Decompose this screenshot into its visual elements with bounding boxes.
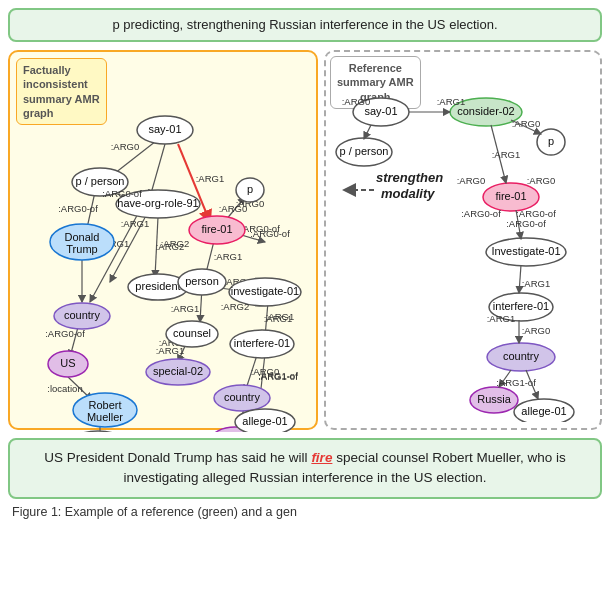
svg-text:Mueller: Mueller bbox=[87, 411, 123, 423]
fire-word: fire bbox=[311, 450, 332, 465]
svg-text:Trump: Trump bbox=[66, 243, 97, 255]
svg-text:allege-01: allege-01 bbox=[521, 405, 566, 417]
bottom-sentence-box: US President Donald Trump has said he wi… bbox=[8, 438, 602, 499]
svg-text::ARG1: :ARG1 bbox=[266, 311, 295, 322]
svg-text:person: person bbox=[185, 275, 219, 287]
svg-text:strengthen: strengthen bbox=[376, 170, 443, 185]
svg-text:country: country bbox=[503, 350, 540, 362]
svg-text::ARG0-of: :ARG0-of bbox=[45, 328, 85, 339]
svg-text::ARG0: :ARG0 bbox=[342, 96, 371, 107]
svg-text::ARG0-of: :ARG0-of bbox=[506, 218, 546, 229]
svg-text:interfere-01: interfere-01 bbox=[493, 300, 549, 312]
svg-text:consider-02: consider-02 bbox=[457, 105, 514, 117]
svg-text::ARG0-of: :ARG0-of bbox=[102, 188, 142, 199]
svg-text:country: country bbox=[224, 391, 261, 403]
sentence-text: US President Donald Trump has said he wi… bbox=[44, 450, 566, 485]
svg-text:interfere-01: interfere-01 bbox=[234, 337, 290, 349]
svg-text::ARG1: :ARG1 bbox=[196, 173, 225, 184]
svg-text::ARG0: :ARG0 bbox=[219, 203, 248, 214]
svg-text:p: p bbox=[247, 183, 253, 195]
svg-text:Russia: Russia bbox=[477, 393, 512, 405]
svg-text::ARG1: :ARG1 bbox=[121, 218, 150, 229]
svg-text::ARG0-of: :ARG0-of bbox=[461, 208, 501, 219]
svg-text::ARG0: :ARG0 bbox=[111, 141, 140, 152]
svg-text:country: country bbox=[64, 309, 101, 321]
yellow-box: Factuallyinconsistentsummary AMRgraph :A… bbox=[8, 50, 318, 430]
svg-text:special-02: special-02 bbox=[153, 365, 203, 377]
svg-point-54 bbox=[70, 431, 126, 432]
svg-text::ARG0: :ARG0 bbox=[457, 175, 486, 186]
svg-text::ARG0: :ARG0 bbox=[522, 325, 551, 336]
svg-text:investigate-01: investigate-01 bbox=[231, 285, 300, 297]
svg-text:counsel: counsel bbox=[173, 327, 211, 339]
svg-text::ARG0: :ARG0 bbox=[527, 175, 556, 186]
svg-text:p / person: p / person bbox=[76, 175, 125, 187]
svg-text::ARG1: :ARG1 bbox=[487, 313, 516, 324]
svg-text::ARG0-of: :ARG0-of bbox=[516, 208, 556, 219]
figure-caption: Figure 1: Example of a reference (green)… bbox=[8, 505, 602, 519]
svg-line-99 bbox=[364, 125, 371, 139]
svg-text:US: US bbox=[60, 357, 75, 369]
svg-text::ARG1: :ARG1 bbox=[171, 303, 200, 314]
right-graph-svg: strengthen modality say-01 consider-02 :… bbox=[326, 52, 606, 422]
svg-line-2 bbox=[150, 144, 165, 197]
top-text: p predicting, strengthening Russian inte… bbox=[112, 17, 497, 32]
svg-text::ARG1: :ARG1 bbox=[492, 149, 521, 160]
svg-text::ARG1: :ARG1 bbox=[522, 278, 551, 289]
svg-text::ARG1: :ARG1 bbox=[437, 96, 466, 107]
svg-text::location: :location bbox=[47, 383, 82, 394]
svg-text:allege-01: allege-01 bbox=[242, 415, 287, 427]
svg-text:p: p bbox=[548, 135, 554, 147]
svg-text::ARG0-of: :ARG0-of bbox=[58, 203, 98, 214]
svg-text:Donald: Donald bbox=[65, 231, 100, 243]
svg-text:fire-01: fire-01 bbox=[495, 190, 526, 202]
right-box: Referencesummary AMRgraph strengthen mod… bbox=[324, 50, 602, 430]
svg-text::ARG1: :ARG1 bbox=[156, 345, 185, 356]
svg-text::ARG1: :ARG1 bbox=[214, 251, 243, 262]
left-graph-svg: :ARG0 :ARG0-of :ARG1 :ARG2 :ARG1 bbox=[10, 82, 315, 432]
svg-text::ARG1-of: :ARG1-of bbox=[258, 371, 298, 382]
svg-text:modality: modality bbox=[381, 186, 435, 201]
svg-text:Investigate-01: Investigate-01 bbox=[491, 245, 560, 257]
svg-text:say-01: say-01 bbox=[148, 123, 181, 135]
svg-text::ARG2: :ARG2 bbox=[221, 301, 250, 312]
top-green-box: p predicting, strengthening Russian inte… bbox=[8, 8, 602, 42]
svg-text:fire-01: fire-01 bbox=[201, 223, 232, 235]
diagram-area: Factuallyinconsistentsummary AMRgraph :A… bbox=[8, 50, 602, 430]
svg-text:president: president bbox=[135, 280, 180, 292]
svg-text:p / person: p / person bbox=[340, 145, 389, 157]
svg-text:Robert: Robert bbox=[88, 399, 121, 411]
main-container: p predicting, strengthening Russian inte… bbox=[0, 0, 610, 527]
caption-text: Figure 1: Example of a reference (green)… bbox=[12, 505, 297, 519]
svg-text::ARG0-of: :ARG0-of bbox=[250, 228, 290, 239]
svg-line-118 bbox=[519, 265, 521, 293]
svg-text::ARG2: :ARG2 bbox=[156, 241, 185, 252]
